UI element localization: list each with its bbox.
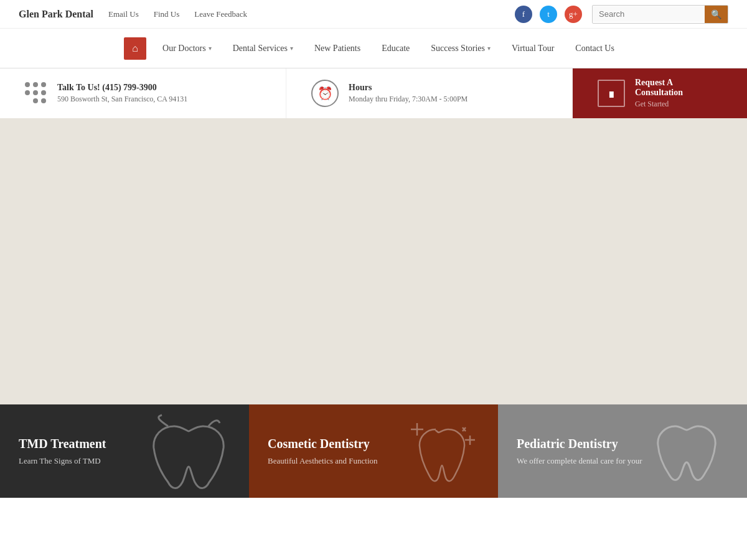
- brand-name: Glen Park Dental: [19, 9, 93, 20]
- contact-icon: [25, 82, 47, 105]
- hero-area: [0, 118, 747, 404]
- nav-item-contact-us[interactable]: Contact Us: [566, 40, 623, 57]
- nav-item-educate[interactable]: Educate: [373, 40, 418, 57]
- card-pediatric-text: Pediatric Dentistry We offer complete de…: [517, 436, 642, 466]
- search-input[interactable]: [593, 6, 705, 22]
- nav-bar: ⌂ Our Doctors ▾ Dental Services ▾ New Pa…: [0, 29, 747, 68]
- dropdown-arrow-dental-services: ▾: [290, 45, 293, 52]
- card-cosmetic-text: Cosmetic Dentistry Beautiful Aesthetics …: [268, 436, 378, 466]
- social-icons: f t g+: [515, 6, 582, 23]
- consultation-text: Request A Consultation Get Started: [635, 78, 722, 109]
- info-bar: Talk To Us! (415) 799-3900 590 Bosworth …: [0, 68, 747, 118]
- email-us-link[interactable]: Email Us: [108, 9, 139, 19]
- home-button[interactable]: ⌂: [124, 37, 146, 60]
- card-cosmetic[interactable]: Cosmetic Dentistry Beautiful Aesthetics …: [249, 404, 498, 498]
- consultation-section[interactable]: ∎ Request A Consultation Get Started: [573, 68, 747, 118]
- find-us-link[interactable]: Find Us: [154, 9, 180, 19]
- contact-section: Talk To Us! (415) 799-3900 590 Bosworth …: [0, 68, 286, 118]
- search-button[interactable]: 🔍: [705, 6, 728, 23]
- card-tmd-text: TMD Treatment Learn The Signs of TMD: [19, 436, 106, 466]
- card-pediatric[interactable]: Pediatric Dentistry We offer complete de…: [498, 404, 747, 498]
- card-tmd[interactable]: TMD Treatment Learn The Signs of TMD: [0, 404, 249, 498]
- dropdown-arrow-our-doctors: ▾: [209, 45, 212, 52]
- clock-icon: ⏰: [311, 80, 339, 107]
- leave-feedback-link[interactable]: Leave Feedback: [194, 9, 247, 19]
- hours-section: ⏰ Hours Monday thru Friday, 7:30AM - 5:0…: [286, 68, 573, 118]
- twitter-icon[interactable]: t: [540, 6, 557, 23]
- bottom-cards: TMD Treatment Learn The Signs of TMD Cos…: [0, 404, 747, 498]
- pediatric-tooth-icon: [638, 414, 738, 495]
- nav-item-success-stories[interactable]: Success Stories ▾: [422, 40, 499, 57]
- top-bar-right: f t g+ 🔍: [515, 5, 728, 24]
- facebook-icon[interactable]: f: [515, 6, 532, 23]
- nav-item-our-doctors[interactable]: Our Doctors ▾: [154, 40, 220, 57]
- hours-text: Hours Monday thru Friday, 7:30AM - 5:00P…: [349, 83, 467, 104]
- google-icon[interactable]: g+: [565, 6, 582, 23]
- nav-item-new-patients[interactable]: New Patients: [306, 40, 369, 57]
- nav-item-dental-services[interactable]: Dental Services ▾: [224, 40, 302, 57]
- calculator-icon: ∎: [598, 80, 625, 107]
- cosmetic-tooth-icon: [389, 414, 489, 495]
- contact-text: Talk To Us! (415) 799-3900 590 Bosworth …: [57, 83, 187, 104]
- top-bar-left: Glen Park Dental Email Us Find Us Leave …: [19, 9, 247, 20]
- tmd-tooth-icon: [140, 414, 240, 495]
- search-bar: 🔍: [592, 5, 728, 24]
- dropdown-arrow-success-stories: ▾: [487, 45, 491, 52]
- nav-item-virtual-tour[interactable]: Virtual Tour: [503, 40, 563, 57]
- top-bar: Glen Park Dental Email Us Find Us Leave …: [0, 0, 747, 29]
